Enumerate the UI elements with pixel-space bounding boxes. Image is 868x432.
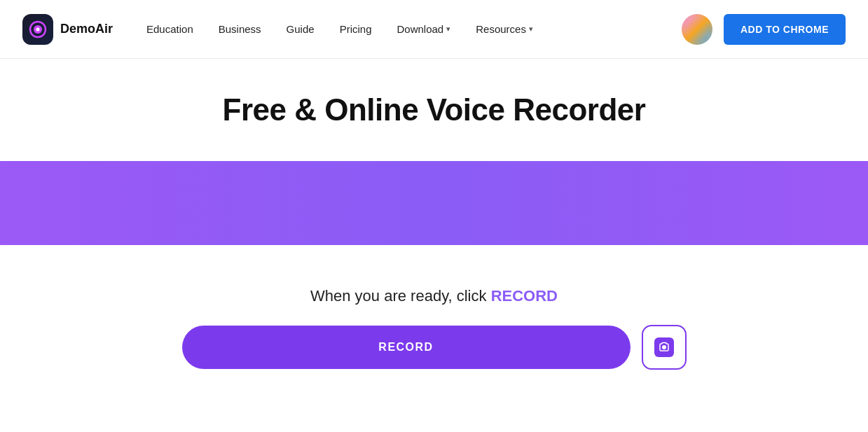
nav-item-guide[interactable]: Guide [275,18,326,41]
record-prompt-highlight: RECORD [491,287,558,305]
avatar[interactable] [682,14,712,45]
page-title: Free & Online Voice Recorder [223,92,646,127]
nav-item-business[interactable]: Business [207,18,273,41]
logo[interactable]: DemoAir [22,14,113,45]
add-to-chrome-button[interactable]: ADD TO CHROME [724,14,846,45]
logo-text: DemoAir [60,22,113,36]
resources-chevron-icon: ▾ [529,25,533,34]
logo-icon [22,14,53,45]
camera-icon [654,337,674,357]
svg-point-2 [36,27,40,31]
main-content: Free & Online Voice Recorder When you ar… [0,59,868,398]
nav-item-pricing[interactable]: Pricing [329,18,383,41]
avatar-image [684,17,710,42]
record-prompt: When you are ready, click RECORD [310,287,558,305]
record-prompt-prefix: When you are ready, click [310,287,491,305]
record-section: When you are ready, click RECORD RECORD [0,287,868,370]
nav-links: Education Business Guide Pricing Downloa… [135,18,682,41]
record-button[interactable]: RECORD [182,326,631,369]
purple-banner [0,161,868,245]
nav-item-education[interactable]: Education [135,18,205,41]
nav-item-download[interactable]: Download ▾ [386,18,462,41]
nav-right: ADD TO CHROME [682,14,846,45]
navbar: DemoAir Education Business Guide Pricing… [0,0,868,59]
record-row: RECORD [182,325,687,370]
camera-button[interactable] [642,325,687,370]
nav-item-resources[interactable]: Resources ▾ [464,18,544,41]
download-chevron-icon: ▾ [446,25,450,34]
